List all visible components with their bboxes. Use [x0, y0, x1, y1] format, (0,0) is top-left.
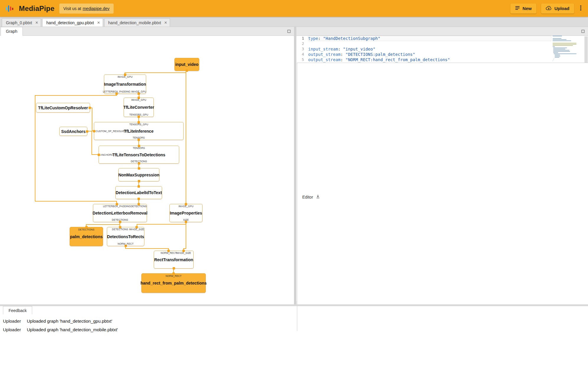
close-icon[interactable]: ×	[164, 20, 167, 25]
port-label: DETECTIONS	[112, 218, 128, 221]
graph-node-TfLiteTensorsToDetections[interactable]: TfLiteTensorsToDetectionsTENSORSDETECTIO…	[99, 146, 179, 164]
node-label: TfLiteCustomOpResolver	[38, 105, 88, 110]
node-label: ImageProperties	[170, 211, 202, 215]
port	[172, 272, 175, 275]
port	[173, 267, 175, 269]
upload-button[interactable]: Upload	[541, 4, 574, 14]
port	[138, 180, 140, 182]
graph-canvas[interactable]: input_videoImageTransformationIMAGE_GPUL…	[0, 36, 294, 304]
port-label: NORM_RECT	[142, 275, 205, 277]
port	[186, 69, 188, 72]
port	[138, 167, 140, 170]
port	[98, 154, 100, 156]
port-label: IMAGE_GPU	[179, 205, 194, 208]
feedback-divider[interactable]	[0, 304, 588, 306]
more-options-button[interactable]	[579, 5, 583, 12]
node-label: hand_rect_from_palm_detections	[141, 281, 207, 285]
line-number: 3	[296, 46, 308, 52]
upload-cloud-icon	[546, 6, 552, 11]
file-tab[interactable]: hand_detection_mobile.pbtxt×	[104, 18, 170, 27]
port	[93, 130, 95, 132]
port-label: CUSTOM_OP_RESOLVER	[96, 130, 126, 133]
graph-node-DetectionLetterboxRemoval[interactable]: DetectionLetterboxRemovalLETTERBOX_PADDI…	[93, 204, 147, 222]
port	[86, 130, 88, 133]
port-label: LETTERBOX_PADDING	[103, 90, 130, 93]
graph-node-TfLiteCustomOpResolver[interactable]: TfLiteCustomOpResolver	[36, 103, 90, 113]
line-number: 2	[296, 41, 308, 46]
graph-node-SsdAnchors[interactable]: SsdAnchors	[59, 127, 87, 136]
code-row: 1type: "HandDetectionSubgraph"	[296, 36, 551, 41]
line-number: 1	[296, 36, 308, 41]
code-row: 5output_stream: "NORM_RECT:hand_rect_fro…	[296, 57, 551, 62]
port-label: NORM_RECT	[118, 242, 134, 245]
graph-node-ImageProperties[interactable]: ImagePropertiesIMAGE_GPUSIZE	[169, 204, 202, 222]
tab-feedback[interactable]: Feedback	[3, 306, 32, 314]
graph-node-TfLiteConverter[interactable]: TfLiteConverterIMAGE_GPUTENSORS_GPU	[124, 98, 154, 117]
download-icon[interactable]	[316, 194, 320, 199]
file-tab-strip: Graph_0.pbtxt×hand_detection_gpu.pbtxt×h…	[0, 17, 588, 27]
feedback-source: Uploader	[3, 317, 27, 325]
node-label: NonMaxSuppression	[118, 173, 159, 177]
node-label: input_video	[175, 62, 199, 67]
graph-node-ImageTransformation[interactable]: ImageTransformationIMAGE_GPULETTERBOX_PA…	[104, 74, 146, 94]
node-label: DetectionsToRects	[107, 234, 144, 239]
graph-node-DetectionsToRects[interactable]: DetectionsToRectsDETECTIONSIMAGE_SIZENOR…	[107, 227, 144, 246]
graph-node-TfLiteInference[interactable]: TfLiteInferenceTENSORS_GPUTENSORSCUSTOM_…	[94, 122, 184, 140]
port-label: TENSORS	[133, 136, 145, 139]
panel-divider[interactable]	[294, 27, 296, 304]
node-label: TfLiteTensorsToDetections	[112, 152, 165, 157]
port	[89, 107, 91, 109]
port-label: ANCHORS	[100, 153, 113, 156]
port-label: NORM_RECT	[161, 251, 177, 254]
graph-node-NonMaxSuppression[interactable]: NonMaxSuppression	[118, 168, 159, 181]
file-tab-label: hand_detection_mobile.pbtxt	[108, 20, 161, 25]
node-label: ImageTransformation	[104, 82, 146, 87]
port-label: DETECTIONS	[112, 228, 128, 231]
file-tab[interactable]: hand_detection_gpu.pbtxt×	[42, 18, 103, 27]
graph-node-palm_detections[interactable]: DETECTIONSpalm_detections	[70, 227, 103, 246]
tab-graph[interactable]: Graph	[1, 27, 23, 36]
new-button[interactable]: New	[510, 4, 536, 14]
port-label: SIZE	[183, 218, 189, 221]
mediapipe-visualizer: { "colors": { "header_bg": "#F5A61D", "e…	[0, 0, 588, 367]
graph-tab-label: Graph	[6, 29, 17, 34]
port-label: DETECTIONS	[131, 160, 147, 163]
graph-node-DetectionLabelIdToText[interactable]: DetectionLabelIdToText	[115, 186, 162, 199]
code-line[interactable]: type: "HandDetectionSubgraph"	[308, 36, 551, 41]
close-icon[interactable]: ×	[35, 20, 38, 25]
file-tab-label: Graph_0.pbtxt	[6, 20, 32, 25]
tab-editor[interactable]: Editor	[297, 63, 588, 331]
node-label: DetectionLabelIdToText	[116, 190, 162, 195]
popout-icon-graph[interactable]	[287, 29, 291, 33]
port-label: DETECTIONS	[70, 228, 103, 231]
graph-node-RectTransformation[interactable]: RectTransformationNORM_RECTIMAGE_SIZE	[154, 251, 194, 269]
graph-node-input_video[interactable]: input_video	[174, 58, 199, 71]
port-label: IMAGE_SIZE	[176, 251, 191, 254]
node-label: TfLiteConverter	[123, 105, 154, 110]
feedback-source: Uploader	[3, 325, 27, 334]
line-number: 4	[296, 52, 308, 57]
port-label: LETTERBOX_PADDING	[103, 205, 130, 208]
graph-node-hand_rect_from_palm_detections[interactable]: NORM_RECThand_rect_from_palm_detections	[141, 273, 206, 293]
file-tab[interactable]: Graph_0.pbtxt×	[2, 18, 41, 27]
kebab-icon	[580, 5, 582, 12]
code-line[interactable]	[308, 41, 551, 46]
new-button-label: New	[522, 6, 532, 11]
app-title: MediaPipe	[19, 4, 55, 13]
editor-tab-label: Editor	[302, 195, 313, 199]
node-label: palm_detections	[70, 234, 102, 239]
upload-button-label: Upload	[554, 6, 569, 11]
code-line[interactable]: output_stream: "NORM_RECT:hand_rect_from…	[308, 57, 551, 62]
code-line[interactable]: output_stream: "DETECTIONS:palm_detectio…	[308, 52, 551, 57]
node-label: DetectionLetterboxRemoval	[93, 211, 148, 215]
mediapipe-dev-link[interactable]: mediapipe.dev	[83, 6, 110, 11]
port	[138, 185, 140, 188]
feedback-message: Uploaded graph 'hand_detection_mobile.pb…	[27, 325, 118, 334]
app-header: MediaPipe Visit us at mediapipe.dev New …	[0, 0, 588, 17]
code-line[interactable]: input_stream: "input_video"	[308, 46, 551, 52]
port	[85, 226, 88, 228]
close-icon[interactable]: ×	[97, 20, 100, 25]
port-label: TENSORS_GPU	[129, 113, 148, 116]
popout-icon-editor[interactable]	[581, 29, 585, 33]
feedback-tab-label: Feedback	[9, 308, 27, 313]
